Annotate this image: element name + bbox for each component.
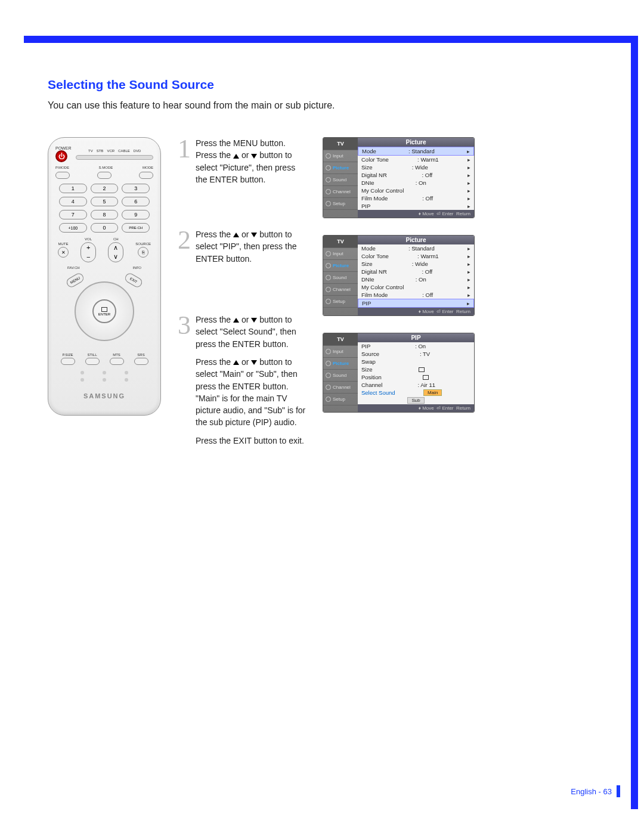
sound-icon [326, 177, 331, 182]
footer-bar [617, 785, 620, 797]
mute-button[interactable]: ✕ [58, 247, 69, 258]
key-1[interactable]: 1 [59, 184, 87, 193]
up-arrow-icon [233, 233, 239, 237]
osd-column: TV Input Picture Sound Channel Setup Pic… [323, 137, 614, 429]
body-row: POWER ⏻ TV STB VCR CABLE DVD P.MODE S.MO [48, 137, 614, 472]
key-2[interactable]: 2 [91, 184, 119, 193]
key-9[interactable]: 9 [122, 210, 150, 219]
osd-picture-2: TV Input Picture Sound Channel Setup Pic… [323, 235, 475, 316]
brand-logo: SAMSUNG [55, 392, 153, 400]
key-4[interactable]: 4 [59, 197, 87, 206]
page-content: Selecting the Sound Source You can use t… [0, 0, 644, 472]
input-icon [326, 153, 331, 159]
select-sound-label: Select Sound [361, 389, 395, 396]
exit-button[interactable]: EXIT [123, 272, 144, 289]
still-button[interactable] [85, 358, 100, 365]
favch-label: FAV.CH [67, 266, 80, 270]
up-arrow-icon [233, 360, 239, 365]
srs-button[interactable] [134, 358, 148, 365]
step-number: 3 [178, 314, 191, 453]
mts-button[interactable] [110, 358, 124, 365]
sub-option: Sub [407, 397, 424, 404]
page-footer: English - 63 [571, 785, 620, 797]
key-6[interactable]: 6 [122, 197, 150, 206]
menu-button[interactable]: MENU [65, 272, 85, 289]
picture-icon [326, 165, 331, 171]
dpad: MENU EXIT ENTER [69, 275, 140, 347]
vol-label: VOL [85, 237, 92, 241]
remote-control: POWER ⏻ TV STB VCR CABLE DVD P.MODE S.MO [48, 137, 161, 416]
enter-button[interactable]: ENTER [92, 299, 116, 323]
source-label: SOURCE [135, 242, 151, 246]
info-label: INFO [133, 266, 141, 270]
key-5[interactable]: 5 [91, 197, 119, 206]
key-3[interactable]: 3 [122, 184, 150, 193]
enter-icon [101, 307, 107, 312]
smode-button[interactable] [97, 172, 112, 179]
main-option: Main [423, 389, 442, 396]
key-8[interactable]: 8 [91, 210, 119, 219]
osd-sidebar: TV Input Picture Sound Channel Setup [323, 138, 358, 218]
key-0[interactable]: 0 [91, 223, 119, 233]
osd-title: Picture [358, 138, 474, 147]
setup-icon [326, 201, 331, 206]
chevron-right-icon: ▸ [467, 148, 470, 154]
key-prech[interactable]: PRE-CH [122, 223, 150, 233]
up-arrow-icon [233, 154, 239, 159]
power-button[interactable]: ⏻ [55, 150, 67, 162]
step-2: 2 Press the or button to select "PIP", t… [178, 228, 306, 271]
steps-column: 1 Press the MENU button. Press the or bu… [178, 137, 306, 472]
step-number: 2 [178, 228, 191, 271]
page-intro: You can use this feature to hear sound f… [48, 100, 614, 111]
down-arrow-icon [251, 154, 257, 159]
osd-footer: ♦ Move ⏎ Enter Return [358, 210, 474, 218]
ch-label: CH [113, 237, 119, 241]
step-number: 1 [178, 137, 191, 191]
down-arrow-icon [251, 360, 257, 365]
mute-label: MUTE [58, 242, 69, 246]
key-plus100[interactable]: +100 [59, 223, 87, 233]
up-arrow-icon [233, 318, 239, 323]
osd-picture-1: TV Input Picture Sound Channel Setup Pic… [323, 137, 475, 218]
mode-row: P.MODE S.MODE MODE [55, 166, 153, 169]
osd-tv-header: TV [323, 138, 358, 150]
step-1: 1 Press the MENU button. Press the or bu… [178, 137, 306, 191]
keypad: 1 2 3 4 5 6 7 8 9 +100 0 PRE-CH [59, 184, 150, 233]
osd-pip: TV Input Picture Sound Channel Setup PIP… [323, 333, 475, 413]
pmode-button[interactable] [55, 172, 70, 179]
ch-rocker[interactable]: ∧∨ [108, 242, 123, 262]
mode-button[interactable] [139, 172, 153, 179]
size-icon [419, 367, 425, 372]
key-7[interactable]: 7 [59, 210, 87, 219]
device-row: TV STB VCR CABLE DVD [76, 149, 153, 153]
source-button[interactable]: ⎘ [138, 247, 148, 258]
psize-button[interactable] [61, 358, 75, 365]
vol-rocker[interactable]: +− [80, 242, 96, 262]
channel-icon [326, 189, 331, 194]
step-3: 3 Press the or button to select "Select … [178, 314, 306, 453]
page-title: Selecting the Sound Source [48, 78, 614, 92]
down-arrow-icon [251, 233, 257, 237]
position-icon [423, 375, 429, 380]
power-label: POWER [55, 146, 71, 150]
down-arrow-icon [251, 318, 257, 323]
device-slider[interactable] [76, 155, 153, 160]
